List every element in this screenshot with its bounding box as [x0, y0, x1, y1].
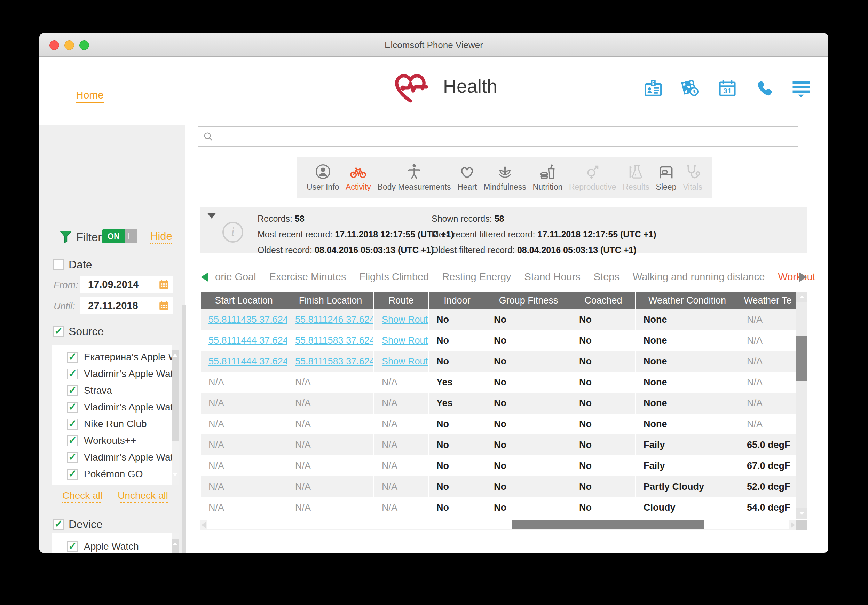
category-body-measurements[interactable]: Body Measurements — [378, 157, 451, 198]
source-item-checkbox[interactable] — [67, 385, 78, 396]
column-header[interactable]: Route — [374, 292, 429, 309]
table-row[interactable]: N/AN/AN/ANoNoNoCloudy54.0 degF — [201, 497, 796, 518]
device-list-scrollbar[interactable] — [172, 533, 178, 553]
tabs-scroll-left-icon[interactable] — [201, 272, 208, 282]
contact-card-icon[interactable] — [643, 79, 663, 98]
filter-toggle-handle[interactable] — [125, 230, 137, 243]
zoom-window-button[interactable] — [79, 40, 89, 50]
scroll-up-icon[interactable] — [173, 542, 178, 546]
vertical-scroll-thumb[interactable] — [796, 336, 808, 381]
source-item[interactable]: Pokémon GO — [52, 466, 178, 482]
source-check-all-link[interactable]: Check all — [62, 490, 102, 503]
menu-icon[interactable] — [791, 79, 811, 98]
table-row[interactable]: N/AN/AN/ANoNoNoPartly Cloudy52.0 degF — [201, 476, 796, 497]
source-item[interactable]: Vladimir’s Apple Watch 3 — [52, 366, 178, 382]
tab-steps[interactable]: Steps — [594, 271, 620, 283]
scroll-left-icon[interactable] — [202, 522, 206, 528]
scroll-down-icon[interactable] — [173, 473, 178, 476]
table-link[interactable]: 55.8111444 37.624... — [208, 335, 287, 346]
source-item-checkbox[interactable] — [67, 402, 78, 413]
category-heart[interactable]: Heart — [457, 157, 477, 198]
table-row[interactable]: 55.8111444 37.624...55.8111583 37.624...… — [201, 351, 796, 372]
tab-exercise-minutes[interactable]: Exercise Minutes — [270, 271, 346, 283]
hide-filter-link[interactable]: Hide — [150, 230, 172, 244]
table-vertical-scrollbar[interactable] — [796, 292, 808, 519]
search-input[interactable] — [218, 129, 795, 144]
tab-flights-climbed[interactable]: Flights Climbed — [359, 271, 429, 283]
tabs-scroll-right-icon[interactable] — [799, 272, 807, 282]
apps-grid-icon[interactable] — [680, 79, 700, 98]
column-header[interactable]: Group Fitness — [486, 292, 572, 309]
source-list-scrollbar[interactable] — [172, 345, 178, 484]
table-link[interactable]: Show Route — [382, 356, 429, 366]
scroll-up-icon[interactable] — [800, 295, 804, 298]
date-from-input[interactable]: 17.09.2014 — [81, 276, 173, 293]
collapse-panel-icon[interactable] — [207, 213, 216, 219]
scroll-up-icon[interactable] — [173, 354, 178, 357]
filter-toggle[interactable]: ON — [102, 230, 137, 243]
calendar-picker-icon[interactable] — [158, 300, 170, 312]
calendar-picker-icon[interactable] — [158, 278, 170, 290]
tab-orie-goal[interactable]: orie Goal — [215, 271, 256, 283]
table-row[interactable]: N/AN/AN/AYesNoNoNoneN/A — [201, 392, 796, 414]
source-item[interactable]: Workouts++ — [52, 432, 178, 449]
column-header[interactable]: Weather Condition — [636, 292, 739, 309]
date-checkbox[interactable] — [53, 259, 64, 270]
column-header[interactable]: Coached — [572, 292, 636, 309]
table-row[interactable]: N/AN/AN/ANoNoNoNoneN/A — [201, 414, 796, 434]
source-item-checkbox[interactable] — [67, 469, 78, 480]
horizontal-scroll-thumb[interactable] — [512, 520, 704, 529]
source-item-checkbox[interactable] — [67, 352, 78, 363]
source-item[interactable]: Vladimir’s Apple Watch 4 — [52, 449, 178, 466]
scroll-down-icon[interactable] — [800, 512, 804, 515]
category-nutrition[interactable]: Nutrition — [533, 157, 563, 198]
column-header[interactable]: Indoor — [429, 292, 486, 309]
tab-walking-and-running-distance[interactable]: Walking and running distance — [633, 271, 765, 283]
table-link[interactable]: 55.8111583 37.624... — [295, 356, 374, 366]
tab-workout[interactable]: Workout — [778, 271, 815, 283]
source-item-checkbox[interactable] — [67, 452, 78, 463]
date-until-input[interactable]: 27.11.2018 — [81, 297, 173, 314]
table-horizontal-scrollbar[interactable] — [200, 520, 796, 530]
source-uncheck-all-link[interactable]: Uncheck all — [118, 490, 168, 503]
device-item-checkbox[interactable] — [67, 541, 78, 552]
source-item[interactable]: Vladimir’s Apple Watch — [52, 399, 178, 416]
table-link[interactable]: Show Route — [382, 335, 429, 346]
source-item-checkbox[interactable] — [67, 419, 78, 430]
table-link[interactable]: 55.8111583 37.624... — [295, 335, 374, 346]
column-header[interactable]: Start Location — [201, 292, 287, 309]
table-row[interactable]: N/AN/AN/ANoNoNoFaily65.0 degF — [201, 434, 796, 455]
scroll-right-icon[interactable] — [791, 522, 795, 528]
source-item-checkbox[interactable] — [67, 436, 78, 446]
category-mindfulness[interactable]: Mindfulness — [484, 157, 526, 198]
table-row[interactable]: N/AN/AN/ANoNoNoFaily67.0 degF — [201, 455, 796, 476]
home-link[interactable]: Home — [76, 89, 104, 103]
tab-stand-hours[interactable]: Stand Hours — [524, 271, 581, 283]
source-item[interactable]: Strava — [52, 382, 178, 399]
category-activity[interactable]: Activity — [346, 157, 371, 198]
table-row[interactable]: 55.8111435 37.624...55.8111246 37.624...… — [201, 309, 796, 330]
column-header[interactable]: Finish Location — [287, 292, 374, 309]
table-link[interactable]: 55.8111246 37.624... — [295, 314, 374, 325]
phone-icon[interactable] — [755, 79, 774, 98]
column-header[interactable]: Weather Te — [739, 292, 796, 309]
table-link[interactable]: Show Route — [382, 314, 429, 325]
source-item[interactable]: Runtastic — [52, 482, 178, 484]
category-sleep[interactable]: Sleep — [656, 157, 677, 198]
device-checkbox[interactable] — [53, 519, 64, 530]
minimize-window-button[interactable] — [64, 40, 74, 50]
source-item-checkbox[interactable] — [67, 369, 78, 379]
table-row[interactable]: 55.8111444 37.624...55.8111583 37.624...… — [201, 330, 796, 351]
calendar-icon[interactable]: 31 — [718, 79, 737, 98]
table-link[interactable]: 55.8111435 37.624... — [208, 314, 287, 325]
close-window-button[interactable] — [50, 40, 59, 50]
device-item[interactable]: Apple Watch — [52, 538, 178, 553]
tab-resting-energy[interactable]: Resting Energy — [442, 271, 511, 283]
source-item[interactable]: Екатерина’s Apple Watch — [52, 349, 178, 366]
sidebar-scrollbar[interactable] — [182, 305, 186, 553]
source-item[interactable]: Nike Run Club — [52, 416, 178, 432]
category-user-info[interactable]: User Info — [307, 157, 339, 198]
source-checkbox[interactable] — [53, 326, 64, 337]
table-row[interactable]: N/AN/AN/AYesNoNoNoneN/A — [201, 372, 796, 392]
table-link[interactable]: 55.8111444 37.624... — [208, 356, 287, 366]
